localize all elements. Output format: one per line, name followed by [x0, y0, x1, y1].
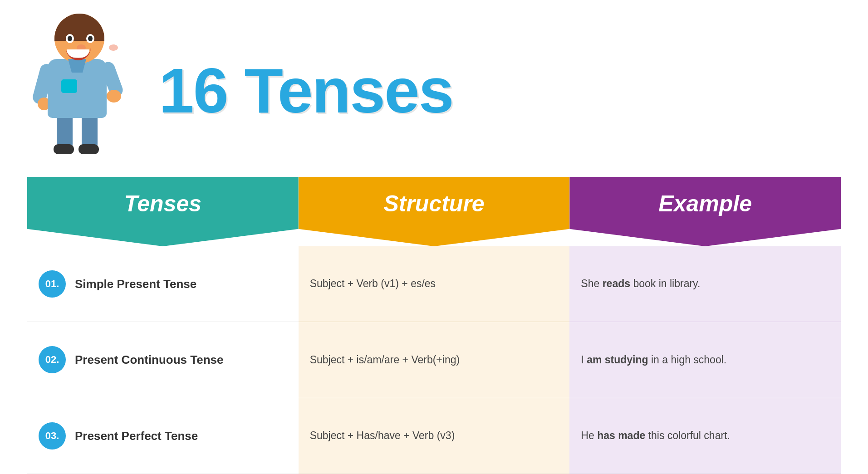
example-header-label: Example: [658, 191, 752, 216]
structure-text-3: Subject + Has/have + Verb (v3): [310, 428, 455, 444]
example-bold-1: reads: [603, 278, 630, 289]
char-pupil-left: [68, 36, 72, 41]
example-bold-3: has made: [597, 430, 645, 441]
example-row-1: She reads book in library.: [569, 246, 841, 322]
row-number-3: 03.: [39, 422, 66, 450]
structure-row-3: Subject + Has/have + Verb (v3): [299, 398, 570, 474]
char-cheek-right: [109, 44, 118, 51]
tenses-column-header: Tenses: [27, 177, 299, 246]
char-pocket: [61, 79, 77, 93]
char-leg-right: [82, 112, 98, 149]
char-shoe-left: [54, 144, 74, 154]
char-hand-right: [107, 90, 121, 103]
row-number-2: 02.: [39, 346, 66, 373]
example-text-2: I am studying in a high school.: [581, 352, 726, 368]
tense-name-3: Present Perfect Tense: [75, 427, 198, 445]
tense-row-2: 02. Present Continuous Tense: [27, 322, 299, 398]
structure-text-1: Subject + Verb (v1) + es/es: [310, 276, 436, 292]
char-shoe-right: [78, 144, 99, 154]
structure-column-header: Structure: [299, 177, 570, 246]
tense-name-2: Present Continuous Tense: [75, 351, 223, 369]
structure-row-2: Subject + is/am/are + Verb(+ing): [299, 322, 570, 398]
example-column-header: Example: [569, 177, 841, 246]
example-column: Example She reads book in library. I am …: [569, 177, 841, 474]
structure-column: Structure Subject + Verb (v1) + es/es Su…: [299, 177, 570, 474]
example-bold-2: am studying: [587, 354, 648, 366]
structure-text-2: Subject + is/am/are + Verb(+ing): [310, 352, 460, 368]
example-row-3: He has made this colorful chart.: [569, 398, 841, 474]
example-text-1: She reads book in library.: [581, 276, 700, 292]
header-section: 16 Tenses: [0, 0, 868, 177]
structure-row-1: Subject + Verb (v1) + es/es: [299, 246, 570, 322]
char-leg-left: [57, 112, 73, 149]
example-row-2: I am studying in a high school.: [569, 322, 841, 398]
char-pupil-right: [88, 36, 93, 41]
tenses-header-label: Tenses: [124, 191, 201, 216]
character-illustration: [36, 14, 141, 168]
tense-row-3: 03. Present Perfect Tense: [27, 398, 299, 474]
tenses-column: Tenses 01. Simple Present Tense 02. Pres…: [27, 177, 299, 474]
tense-row-1: 01. Simple Present Tense: [27, 246, 299, 322]
example-text-3: He has made this colorful chart.: [581, 428, 730, 444]
tenses-table: Tenses 01. Simple Present Tense 02. Pres…: [27, 177, 841, 474]
tense-name-1: Simple Present Tense: [75, 275, 196, 293]
page-container: 16 Tenses Tenses 01. Simple Present Tens…: [0, 0, 868, 474]
page-title: 16 Tenses: [159, 59, 453, 122]
structure-header-label: Structure: [383, 191, 484, 216]
row-number-1: 01.: [39, 270, 66, 298]
char-hair: [54, 14, 104, 41]
